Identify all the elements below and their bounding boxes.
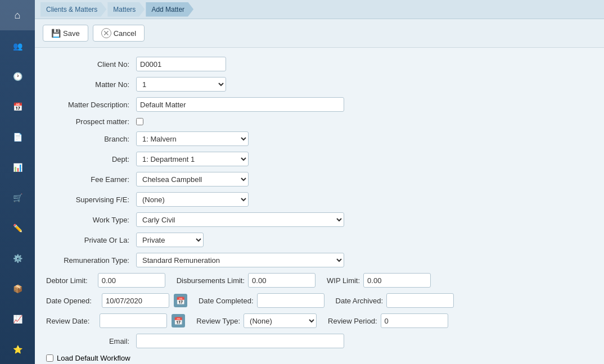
date-archived-input[interactable]: [386, 293, 454, 308]
work-type-label: Work Type:: [46, 216, 136, 224]
calendar-icon: [13, 101, 22, 112]
wip-limit-input[interactable]: [363, 273, 431, 288]
chart-icon: [13, 161, 22, 173]
prospect-matter-checkbox[interactable]: [136, 118, 143, 125]
save-icon: [51, 29, 61, 38]
load-default-workflow-checkbox[interactable]: [46, 354, 53, 362]
sidebar-item-home[interactable]: [0, 0, 35, 30]
private-or-la-label: Private Or La:: [46, 236, 136, 244]
email-label: Email:: [46, 337, 136, 345]
matter-no-select[interactable]: 1 2 3: [136, 77, 226, 92]
disbursements-limit-group: Disbursements Limit:: [177, 273, 315, 288]
matter-no-label: Matter No:: [46, 80, 136, 89]
sidebar-item-star[interactable]: [0, 334, 35, 364]
date-opened-group: Date Opened: 📅: [46, 293, 187, 308]
review-date-input[interactable]: [100, 313, 167, 328]
breadcrumb-add-matter[interactable]: Add Matter: [146, 2, 193, 17]
matter-description-label: Matter Description:: [46, 101, 136, 109]
review-period-group: Review Period:: [328, 313, 448, 328]
review-date-label: Review Date:: [46, 317, 96, 325]
limits-row: Debtor Limit: Disbursements Limit: WIP L…: [46, 273, 593, 288]
review-date-calendar-icon[interactable]: 📅: [172, 314, 185, 327]
wip-limit-group: WIP Limit:: [327, 273, 431, 288]
gear-icon: [13, 252, 22, 264]
date-opened-label: Date Opened:: [46, 297, 98, 305]
review-date-group: Review Date: 📅: [46, 313, 185, 328]
matter-no-row: Matter No: 1 2 3: [46, 77, 593, 92]
sidebar-item-doc[interactable]: [0, 121, 35, 152]
date-completed-label: Date Completed:: [199, 297, 254, 305]
breadcrumb-matters[interactable]: Matters: [107, 2, 145, 17]
remuneration-type-select[interactable]: Standard Remuneration Fixed Fee Hourly R…: [136, 253, 344, 267]
branch-row: Branch: 1: Malvern 2: City 3: North: [46, 131, 593, 146]
work-type-select[interactable]: Carly Civil Commercial Conveyancing: [136, 212, 344, 227]
client-no-row: Client No:: [46, 57, 593, 71]
branch-label: Branch:: [46, 135, 136, 143]
supervising-fe-select[interactable]: (None) Chelsea Campbell John Smith: [136, 192, 249, 207]
client-no-input[interactable]: [136, 57, 226, 71]
private-or-la-select[interactable]: Private Legal Aid: [136, 233, 204, 247]
debtor-limit-label: Debtor Limit:: [46, 276, 94, 285]
sidebar-item-trend[interactable]: [0, 303, 35, 334]
sidebar-item-users[interactable]: [0, 30, 35, 61]
breadcrumb-clients-matters[interactable]: Clients & Matters: [40, 2, 106, 17]
client-no-label: Client No:: [46, 60, 136, 69]
sidebar-item-box[interactable]: [0, 273, 35, 303]
sidebar: [0, 0, 35, 364]
review-type-label: Review Type:: [196, 317, 240, 325]
wip-limit-label: WIP Limit:: [327, 276, 360, 285]
dept-row: Dept: 1: Department 1 2: Department 2: [46, 152, 593, 166]
remuneration-type-label: Remuneration Type:: [46, 256, 136, 265]
box-icon: [13, 283, 22, 294]
branch-select[interactable]: 1: Malvern 2: City 3: North: [136, 131, 249, 146]
sidebar-item-chart[interactable]: [0, 152, 35, 182]
sidebar-item-pen[interactable]: [0, 212, 35, 243]
email-input[interactable]: [136, 334, 344, 348]
date-opened-input[interactable]: [102, 293, 169, 308]
save-label: Save: [63, 29, 80, 38]
debtor-limit-group: Debtor Limit:: [46, 273, 165, 288]
prospect-matter-row: Prospect matter:: [46, 117, 593, 126]
users-icon: [13, 40, 22, 52]
breadcrumb: Clients & Matters Matters Add Matter: [35, 0, 604, 19]
review-type-select[interactable]: (None) Annual Quarterly: [244, 313, 317, 328]
pen-icon: [13, 222, 22, 234]
date-archived-label: Date Archived:: [336, 297, 384, 305]
main-panel: Clients & Matters Matters Add Matter Sav…: [35, 0, 604, 364]
save-button[interactable]: Save: [43, 25, 88, 42]
disbursements-limit-input[interactable]: [248, 273, 315, 288]
private-or-la-row: Private Or La: Private Legal Aid: [46, 233, 593, 247]
cart-icon: [13, 192, 22, 203]
date-completed-group: Date Completed:: [199, 293, 324, 308]
dept-label: Dept:: [46, 155, 136, 163]
supervising-fe-row: Supervising F/E: (None) Chelsea Campbell…: [46, 192, 593, 207]
debtor-limit-input[interactable]: [98, 273, 165, 288]
dates-row1: Date Opened: 📅 Date Completed: Date Arch…: [46, 293, 593, 308]
sidebar-item-cart[interactable]: [0, 182, 35, 212]
work-type-row: Work Type: Carly Civil Commercial Convey…: [46, 212, 593, 227]
doc-icon: [13, 131, 22, 143]
remuneration-type-row: Remuneration Type: Standard Remuneration…: [46, 253, 593, 267]
fee-earner-label: Fee Earner:: [46, 175, 136, 184]
review-period-input[interactable]: [381, 313, 448, 328]
date-opened-calendar-icon[interactable]: 📅: [174, 294, 187, 307]
form-area: Client No: Matter No: 1 2 3 Matter Descr…: [35, 48, 604, 364]
cancel-icon: [101, 28, 111, 38]
sidebar-item-calendar[interactable]: [0, 91, 35, 121]
star-icon: [13, 343, 22, 355]
matter-description-input[interactable]: [136, 97, 344, 112]
disbursements-limit-label: Disbursements Limit:: [177, 276, 245, 285]
supervising-fe-label: Supervising F/E:: [46, 195, 136, 204]
sidebar-item-gear[interactable]: [0, 243, 35, 273]
fee-earner-select[interactable]: Chelsea Campbell John Smith Jane Doe: [136, 172, 249, 186]
sidebar-item-clock[interactable]: [0, 61, 35, 91]
cancel-label: Cancel: [114, 29, 136, 38]
clock-icon: [13, 70, 22, 82]
prospect-matter-label: Prospect matter:: [46, 117, 136, 126]
email-row: Email:: [46, 334, 593, 348]
date-completed-input[interactable]: [257, 293, 324, 308]
dept-select[interactable]: 1: Department 1 2: Department 2: [136, 152, 249, 166]
load-default-workflow-row: Load Default Workflow: [46, 354, 593, 362]
review-period-label: Review Period:: [328, 317, 377, 325]
cancel-button[interactable]: Cancel: [93, 25, 145, 42]
